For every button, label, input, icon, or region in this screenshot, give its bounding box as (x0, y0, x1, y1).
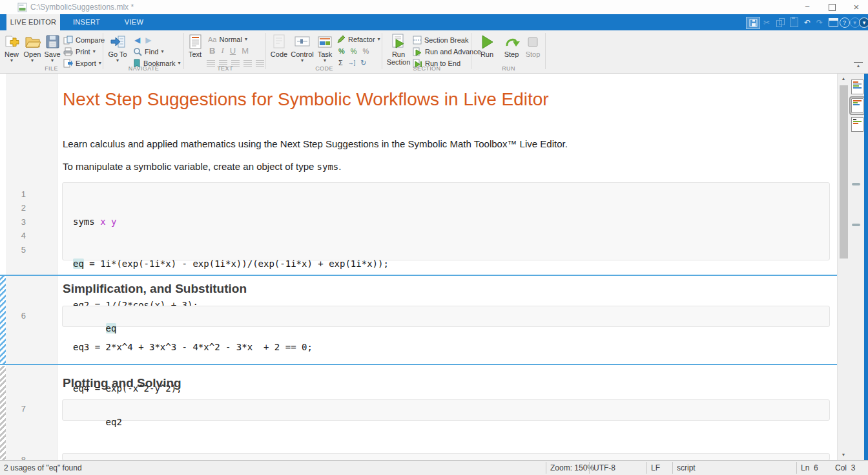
file-type-indicator: script (677, 461, 696, 475)
redo-icon: ↷ (816, 18, 823, 27)
italic-button[interactable]: I (221, 45, 223, 56)
code-block-3[interactable]: eq2 (62, 399, 830, 421)
live-editor-document: 1 2 3 4 5 6 7 8 Next Step Suggestions fo… (0, 73, 868, 461)
chevron-down-icon: ▾ (31, 58, 34, 63)
goto-icon (110, 33, 126, 50)
hide-code-view-button[interactable] (851, 117, 863, 132)
comment-icon[interactable]: % (338, 47, 345, 55)
code-line-5[interactable]: eq4 = exp(-x^2-y^2); (73, 382, 829, 396)
code-line-2[interactable]: eq = 1i*(exp(-1i*x) - exp(1i*x))/(exp(-1… (73, 257, 829, 271)
code-block-2[interactable]: eq (62, 306, 830, 327)
code-button[interactable]: Code (269, 33, 289, 58)
code-block-1[interactable]: syms x y eq = 1i*(exp(-1i*x) - exp(1i*x)… (62, 182, 830, 260)
bold-button[interactable]: B (209, 46, 215, 56)
text-doc-icon (189, 33, 202, 50)
text-style-dropdown[interactable]: Aa Normal ▾ (208, 34, 247, 45)
find-button[interactable]: Find ▾ (133, 46, 163, 57)
icon-detail (853, 81, 858, 83)
refactor-pencil-icon (336, 35, 346, 44)
run-section-icon (391, 33, 406, 50)
symbolic-variables: x y (100, 216, 116, 227)
open-folder-icon (25, 33, 41, 50)
quick-cut-button[interactable]: ✂ (761, 17, 772, 28)
back-arrow-icon[interactable]: ◀ (134, 36, 140, 45)
output-on-right-view-button[interactable] (851, 98, 863, 113)
paragraph[interactable]: To manipulate a symbolic variable, creat… (63, 161, 341, 172)
section-heading[interactable]: Simplification, and Substitution (63, 282, 247, 296)
scrollbar-thumb[interactable] (840, 85, 848, 259)
chevron-down-icon: ▾ (245, 37, 247, 41)
output-inline-view-button[interactable] (851, 79, 863, 94)
section-break-button[interactable]: Section Break (413, 34, 468, 45)
task-button[interactable]: Task ▾ (315, 33, 335, 63)
open-button[interactable]: Open ▾ (22, 33, 43, 63)
close-button[interactable]: × (845, 0, 868, 14)
ribbon-menu-button[interactable]: ▾ (859, 17, 868, 28)
monospace-button[interactable]: M (242, 46, 249, 56)
chevron-down-icon: ▾ (859, 17, 868, 28)
inline-code: syms (317, 162, 339, 172)
quick-redo-button[interactable]: ↷ (814, 17, 825, 28)
minimize-button[interactable]: − (796, 0, 819, 14)
group-label-navigate: NAVIGATE (103, 65, 184, 72)
quick-new-window-button[interactable] (827, 17, 839, 28)
section-divider (0, 275, 837, 276)
stale-section-stripe (0, 366, 6, 461)
icon-detail (853, 87, 862, 89)
group-label-code: CODE (266, 65, 382, 72)
quick-paste-button[interactable] (788, 17, 800, 28)
status-separator (796, 462, 797, 474)
new-button[interactable]: New ▾ (1, 33, 22, 63)
line-number: 2 (8, 203, 26, 213)
goto-button[interactable]: Go To ▾ (105, 33, 130, 63)
ribbon-toolbar: New ▾ Open ▾ Save ▾ Compare Print ▾ Expo… (0, 30, 868, 74)
status-message: 2 usages of "eq" found (4, 461, 82, 475)
text-button[interactable]: Text (185, 33, 205, 58)
highlighted-variable: eq (73, 259, 84, 269)
forward-arrow-icon[interactable]: ▶ (145, 36, 151, 45)
section-break-icon (413, 36, 422, 45)
tab-view[interactable]: VIEW (113, 14, 155, 30)
compare-button[interactable]: Compare (63, 34, 105, 45)
quick-help-button[interactable]: ? (839, 17, 850, 28)
tab-live-editor[interactable]: LIVE EDITOR (6, 14, 60, 30)
app-icon (17, 3, 27, 15)
run-section-button[interactable]: Run Section (385, 33, 412, 66)
icon-detail (853, 119, 856, 120)
chevron-down-icon: ▾ (93, 49, 96, 54)
code-line-4[interactable]: eq3 = 2*x^4 + 3*x^3 - 4*x^2 - 3*x + 2 ==… (73, 341, 829, 355)
collapse-ribbon-button[interactable]: ▲ (854, 62, 863, 69)
quick-save-button[interactable] (746, 17, 760, 29)
document-title[interactable]: Next Step Suggestions for Symbolic Workf… (63, 89, 549, 110)
control-button[interactable]: Control ▾ (290, 33, 315, 63)
scroll-down-icon[interactable]: ▼ (839, 452, 848, 457)
stop-button[interactable]: Stop (522, 33, 543, 58)
uncomment-icon[interactable]: % (363, 47, 369, 55)
underline-button[interactable]: U (230, 46, 236, 56)
icon-detail (853, 121, 862, 122)
docked-panel-edge (864, 74, 868, 461)
undo-icon: ↶ (804, 18, 811, 27)
section-heading[interactable]: Plotting and Solving (63, 376, 181, 390)
line-number: 7 (8, 404, 26, 414)
save-button[interactable]: Save ▾ (43, 33, 62, 63)
quick-undo-button[interactable]: ↶ (801, 17, 813, 28)
maximize-button[interactable] (820, 0, 843, 14)
tab-insert[interactable]: INSERT (60, 14, 113, 30)
new-window-icon (829, 18, 838, 26)
step-button[interactable]: Step (500, 33, 523, 58)
code-line-1[interactable]: syms x y (73, 215, 829, 229)
icon-detail (853, 102, 858, 103)
run-button[interactable]: Run (476, 33, 498, 58)
wrap-comments-icon[interactable]: % (351, 47, 357, 55)
document-marker (852, 224, 860, 226)
group-separator (545, 33, 546, 69)
quick-copy-button[interactable] (774, 17, 786, 28)
scroll-up-icon[interactable]: ▲ (839, 76, 848, 81)
zoom-level: Zoom: 150% (550, 461, 594, 475)
paragraph[interactable]: Learn calculus and applied mathematics u… (63, 138, 568, 149)
chevron-down-icon: ▾ (10, 58, 13, 63)
print-button[interactable]: Print ▾ (63, 46, 96, 57)
comment-buttons: % % % (338, 45, 369, 56)
refactor-button[interactable]: Refactor ▾ (336, 34, 380, 45)
